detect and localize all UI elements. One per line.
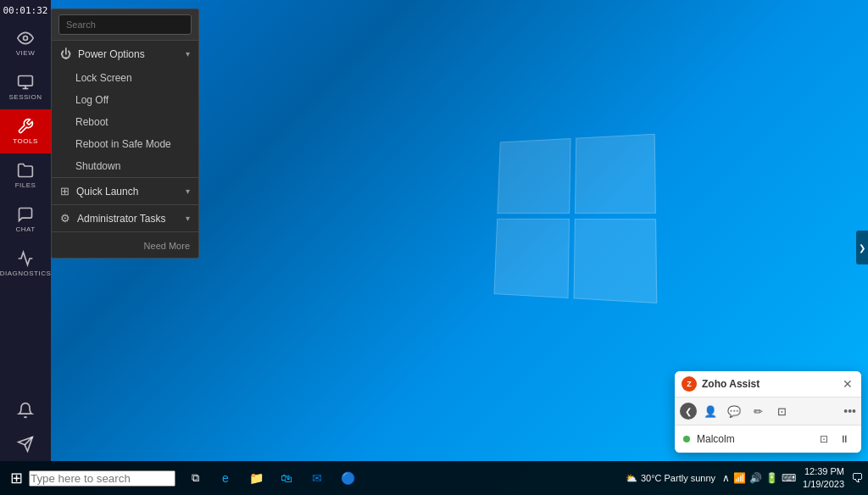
- sidebar-item-chat[interactable]: CHAT: [0, 197, 51, 242]
- power-options-items: Lock Screen Log Off Reboot Reboot in Saf…: [52, 67, 198, 177]
- zoho-close-button[interactable]: ✕: [841, 377, 854, 391]
- taskbar-right: ⛅ 30°C Partly sunny ∧ 📶 🔊 🔋 ⌨ 12:39 PM 1…: [626, 465, 868, 492]
- store-icon[interactable]: 🛍: [274, 465, 299, 491]
- taskbar-pinned-icons: ⧉ e 📁 🛍 ✉ 🔵: [182, 465, 360, 491]
- power-options-label: Power Options: [78, 48, 145, 60]
- notification-icon[interactable]: 🗨: [851, 471, 863, 485]
- desktop: 00:01:32 VIEW SESSION TOOLS: [0, 0, 868, 495]
- clock-time: 12:39 PM: [803, 465, 844, 478]
- admin-tasks-header[interactable]: ⚙ Administrator Tasks ▾: [52, 205, 198, 231]
- menu-section-power: ⏻ Power Options ▾ Lock Screen Log Off Re…: [52, 41, 198, 178]
- menu-item-reboot[interactable]: Reboot: [52, 111, 198, 133]
- user-actions: ⊡ ⏸: [815, 431, 853, 448]
- task-view-icon[interactable]: ⧉: [182, 465, 208, 491]
- diagnostics-icon: [17, 250, 34, 267]
- quick-launch-chevron-icon: ▾: [186, 186, 190, 196]
- zoho-toolbar: ❮ 👤 💬 ✏ ⊡ •••: [675, 398, 861, 425]
- system-tray-icons: ∧ 📶 🔊 🔋 ⌨: [722, 472, 796, 484]
- admin-chevron-icon: ▾: [186, 214, 190, 223]
- sidebar-item-diagnostics[interactable]: DIAGNOSTICS: [0, 242, 51, 286]
- menu-section-admin: ⚙ Administrator Tasks ▾: [52, 205, 198, 232]
- sidebar-item-tools[interactable]: TOOLS: [0, 109, 51, 153]
- eye-icon: [17, 30, 34, 47]
- zoho-user-icon[interactable]: 👤: [700, 401, 721, 421]
- tools-icon: [17, 118, 34, 135]
- zoho-header: Z Zoho Assist ✕: [675, 371, 861, 398]
- zoho-title: Zoho Assist: [702, 378, 841, 390]
- sidebar-timer: 00:01:32: [3, 0, 48, 21]
- power-options-header[interactable]: ⏻ Power Options ▾: [52, 41, 198, 67]
- taskbar-clock[interactable]: 12:39 PM 1/19/2023: [803, 465, 844, 492]
- menu-item-shutdown[interactable]: Shutdown: [52, 155, 198, 177]
- right-collapse-tab[interactable]: ❯: [856, 231, 868, 264]
- menu-item-reboot-safe[interactable]: Reboot in Safe Mode: [52, 133, 198, 155]
- sidebar-label-tools: TOOLS: [13, 137, 37, 145]
- user-status-dot: [683, 436, 690, 442]
- taskbar-search-input[interactable]: [29, 470, 175, 487]
- start-button[interactable]: ⊞: [3, 465, 29, 491]
- zoho-assist-panel: Z Zoho Assist ✕ ❮ 👤 💬 ✏ ⊡ ••• Malcolm ⊡ …: [675, 371, 861, 453]
- monitor-icon: [17, 74, 34, 91]
- chevron-up-icon[interactable]: ∧: [722, 472, 730, 484]
- sidebar-item-bell[interactable]: [17, 393, 34, 427]
- menu-section-quicklaunch: ⊞ Quick Launch ▾: [52, 178, 198, 205]
- user-expand-icon[interactable]: ⊡: [815, 431, 832, 448]
- zoho-user-row: Malcolm ⊡ ⏸: [675, 425, 861, 453]
- windows-logo: [492, 136, 653, 297]
- zoho-chat-icon[interactable]: 💬: [724, 401, 744, 421]
- win-pane-tr: [575, 134, 656, 214]
- user-name: Malcolm: [697, 433, 809, 445]
- sidebar-item-send[interactable]: [17, 427, 34, 461]
- sidebar-label-session: SESSION: [8, 93, 42, 101]
- send-icon: [17, 436, 34, 453]
- keyboard-icon[interactable]: ⌨: [782, 472, 796, 484]
- sidebar-label-chat: CHAT: [15, 225, 35, 233]
- zoho-more-button[interactable]: •••: [843, 404, 856, 418]
- tools-menu: ⏻ Power Options ▾ Lock Screen Log Off Re…: [51, 8, 199, 259]
- power-icon: ⏻: [60, 47, 71, 60]
- sidebar-item-session[interactable]: SESSION: [0, 65, 51, 109]
- svg-point-0: [24, 36, 28, 41]
- edge-icon[interactable]: e: [213, 465, 238, 491]
- chat-icon: [17, 206, 34, 223]
- sidebar-label-diagnostics: DIAGNOSTICS: [0, 270, 51, 277]
- weather-text: 30°C Partly sunny: [641, 473, 715, 483]
- grid-icon: ⊞: [60, 185, 70, 197]
- zoho-pencil-icon[interactable]: ✏: [748, 401, 768, 421]
- weather-display[interactable]: ⛅ 30°C Partly sunny: [626, 473, 715, 484]
- folder-icon: [17, 162, 34, 179]
- quick-launch-label: Quick Launch: [76, 186, 138, 197]
- battery-icon[interactable]: 🔋: [765, 472, 778, 484]
- user-pause-icon[interactable]: ⏸: [836, 431, 853, 448]
- power-chevron-icon: ▾: [186, 49, 190, 58]
- clock-date: 1/19/2023: [803, 478, 844, 491]
- sidebar-bottom: [17, 393, 34, 461]
- menu-item-log-off[interactable]: Log Off: [52, 89, 198, 111]
- admin-tasks-label: Administrator Tasks: [77, 213, 165, 225]
- win-pane-br: [574, 219, 658, 303]
- quick-launch-header[interactable]: ⊞ Quick Launch ▾: [52, 178, 198, 204]
- mail-icon[interactable]: ✉: [304, 465, 330, 491]
- zoho-expand-button[interactable]: ❮: [680, 403, 697, 420]
- win-pane-tl: [497, 138, 570, 214]
- zoho-taskbar-icon[interactable]: 🔵: [335, 465, 360, 491]
- zoho-logo: Z: [682, 376, 697, 392]
- svg-rect-1: [19, 76, 33, 86]
- menu-item-lock-screen[interactable]: Lock Screen: [52, 67, 198, 89]
- need-more-link[interactable]: Need More: [144, 241, 190, 251]
- bell-icon: [17, 402, 34, 419]
- network-icon[interactable]: 📶: [733, 472, 746, 484]
- menu-footer: Need More: [52, 232, 198, 258]
- sidebar-item-view[interactable]: VIEW: [0, 21, 51, 65]
- sidebar-label-view: VIEW: [16, 49, 35, 57]
- explorer-icon[interactable]: 📁: [243, 465, 269, 491]
- win-pane-bl: [494, 219, 570, 298]
- volume-icon[interactable]: 🔊: [749, 472, 762, 484]
- weather-icon: ⛅: [626, 473, 637, 484]
- sidebar: 00:01:32 VIEW SESSION TOOLS: [0, 0, 51, 461]
- sidebar-item-files[interactable]: FILES: [0, 153, 51, 197]
- taskbar: ⊞ ⧉ e 📁 🛍 ✉ 🔵 ⛅ 30°C Partly sunny ∧ 📶 🔊 …: [0, 461, 868, 495]
- sidebar-label-files: FILES: [15, 181, 36, 189]
- zoho-screenshot-icon[interactable]: ⊡: [771, 401, 792, 421]
- menu-search-input[interactable]: [58, 14, 192, 35]
